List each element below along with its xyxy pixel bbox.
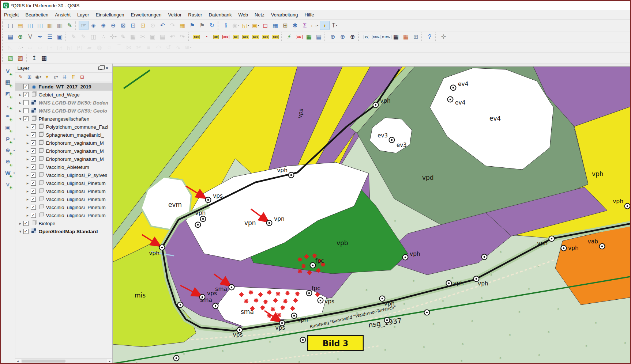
unpin-labels-icon[interactable]: abc	[221, 32, 231, 41]
layer-labeling-icon[interactable]: abc	[191, 32, 201, 41]
panel-float-button[interactable]	[97, 65, 104, 71]
menu-verarbeitung[interactable]: Verarbeitung	[268, 11, 301, 19]
layer-visibility-checkbox[interactable]: ✓	[23, 221, 29, 226]
layer-visibility-checkbox[interactable]: ✓	[31, 189, 36, 194]
new-print-layout-icon[interactable]: ▥	[45, 21, 55, 30]
color-grid-plugin-icon[interactable]: ▦	[401, 32, 411, 41]
layer-tree-item[interactable]: ▸✓Gebiet_und_Wege	[15, 91, 113, 99]
new-project-icon[interactable]: ▢	[5, 21, 15, 30]
layer-tree-item[interactable]: ▸✓Sphagnetum_magellanici_	[15, 131, 113, 139]
panel-close-button[interactable]: ×	[104, 65, 110, 71]
layer-tree-item[interactable]: ▾✓Pflanzengesellschaften	[15, 115, 113, 123]
add-wcs-layer-icon[interactable]: ⊛	[3, 157, 12, 166]
tree-expander-icon[interactable]: ▸	[18, 109, 23, 113]
layer-visibility-checkbox[interactable]: ✓	[23, 229, 29, 234]
pin-labels-icon[interactable]: ab	[211, 32, 221, 41]
web-globe-icon[interactable]: ⊕	[338, 32, 348, 41]
menu-datenbank[interactable]: Datenbank	[206, 11, 235, 19]
layer-visibility-checkbox[interactable]: ✓	[23, 84, 29, 89]
menu-projekt[interactable]: Projekt	[1, 11, 22, 19]
zoom-last-icon[interactable]: ↶	[158, 21, 168, 30]
find-point-marker[interactable]	[213, 303, 218, 309]
add-vector-layer-icon[interactable]: V	[3, 67, 12, 75]
layer-tree-item[interactable]: ▾✓OpenStreetMap Standard	[15, 227, 113, 235]
find-point-marker[interactable]	[229, 285, 234, 290]
find-point-marker[interactable]	[384, 318, 390, 323]
filter-legend-icon[interactable]: ▼	[43, 73, 51, 81]
save-project-as-icon[interactable]: ◫	[35, 21, 45, 30]
menu-raster[interactable]: Raster	[185, 11, 205, 19]
find-point-marker[interactable]	[195, 222, 201, 228]
menu-vektor[interactable]: Vektor	[165, 11, 185, 19]
find-point-marker[interactable]	[448, 97, 453, 102]
python-console-icon[interactable]: py	[361, 32, 371, 41]
find-point-marker[interactable]	[267, 220, 272, 226]
find-point-marker[interactable]	[600, 244, 605, 249]
layer-tree-item[interactable]: ▸WMS LGRB-BW BK50: Boden	[15, 99, 113, 107]
menu-web[interactable]: Web	[235, 11, 251, 19]
select-by-value-icon[interactable]: ▣▾	[251, 21, 260, 30]
tree-expander-icon[interactable]: ▸	[25, 189, 31, 194]
layer-visibility-checkbox[interactable]: ✓	[31, 213, 36, 218]
tree-expander-icon[interactable]: ▸	[25, 149, 31, 153]
pan-to-selection-icon[interactable]: ◈	[89, 21, 98, 30]
tree-expander-icon[interactable]: ▸	[25, 173, 31, 178]
refresh-map-icon[interactable]: ↻	[207, 21, 217, 30]
menu-einstellungen[interactable]: Einstellungen	[93, 11, 128, 19]
filter-by-expression-icon[interactable]: ε▾	[52, 73, 60, 81]
scrollbar-track[interactable]	[21, 359, 107, 363]
find-point-marker[interactable]	[300, 337, 306, 343]
processing-toolbox-icon[interactable]: ✱	[290, 21, 300, 30]
find-point-marker[interactable]	[403, 255, 408, 260]
manage-map-themes-icon[interactable]: ◉▾	[34, 73, 42, 81]
dark-tools-icon[interactable]: ▦	[391, 32, 401, 41]
layer-visibility-checkbox[interactable]: ✓	[23, 92, 29, 97]
pan-map-icon[interactable]: ☞	[79, 21, 89, 30]
bild-annotation-box[interactable]: Bild 3	[308, 335, 363, 350]
layer-tree-item[interactable]: ▸✓Vaccinio_Abietetum	[15, 163, 113, 171]
layer-visibility-checkbox[interactable]	[23, 100, 29, 105]
layer-tree-item[interactable]: ▸✓Polytrichum_commune_Fazi	[15, 123, 113, 131]
open-layer-styling-icon[interactable]: ✎	[17, 73, 25, 81]
tree-expander-icon[interactable]: ▸	[25, 197, 31, 202]
add-vector-tile-layer-icon[interactable]: V	[3, 180, 12, 189]
find-point-marker[interactable]	[446, 281, 452, 286]
find-point-marker[interactable]	[178, 302, 183, 308]
html-export-icon[interactable]: HTML	[381, 32, 391, 41]
db-manager-icon[interactable]: ▤	[314, 32, 324, 41]
zoom-to-layer-icon[interactable]: ⊡	[128, 21, 138, 30]
open-attribute-table-icon[interactable]: ▦	[270, 21, 280, 30]
find-point-marker[interactable]	[159, 245, 165, 250]
sketch-plugin-icon[interactable]: ▨	[15, 53, 25, 62]
menu-netz[interactable]: Netz	[251, 11, 268, 19]
collapse-all-icon[interactable]: ⇈	[70, 73, 78, 81]
remove-layer-icon[interactable]: ⊟	[78, 73, 86, 81]
tree-expander-icon[interactable]: ▸	[18, 92, 23, 97]
add-delimited-text-layer-icon[interactable]: ,	[3, 101, 12, 109]
field-calculator-icon[interactable]: ⊞	[280, 21, 290, 30]
tree-expander-icon[interactable]: ▸	[25, 141, 31, 145]
label-properties-icon[interactable]: abc	[270, 32, 280, 41]
tree-expander-icon[interactable]: ▸	[18, 221, 23, 226]
tree-expander-icon[interactable]: ▸	[18, 101, 23, 105]
help-icon[interactable]: ?	[425, 32, 435, 41]
tree-expander-icon[interactable]: ▸	[25, 205, 31, 210]
find-point-marker[interactable]	[424, 310, 430, 315]
find-point-marker[interactable]	[389, 137, 395, 143]
menu-bearbeiten[interactable]: Bearbeiten	[22, 11, 52, 19]
layer-visibility-checkbox[interactable]: ✓	[23, 116, 29, 121]
tree-expander-icon[interactable]: ▸	[25, 165, 31, 170]
tree-expander-icon[interactable]: ▸	[25, 213, 31, 218]
layer-tree-item[interactable]: ▸✓Vaccinio_uliginosi_Pinetum	[15, 211, 113, 219]
tree-expander-icon[interactable]: ▸	[25, 181, 31, 186]
identify-features-icon[interactable]: ℹ	[221, 21, 231, 30]
show-layout-manager-icon[interactable]: ▥	[55, 21, 65, 30]
tree-expander-icon[interactable]: ▸	[25, 125, 31, 129]
find-point-marker[interactable]	[482, 254, 487, 260]
layer-visibility-checkbox[interactable]: ✓	[31, 140, 36, 145]
layer-visibility-checkbox[interactable]: ✓	[31, 124, 36, 129]
osm-place-search-icon[interactable]: ↥	[29, 53, 39, 62]
osm-globe-icon[interactable]: ⊕	[348, 32, 357, 41]
tree-expander-icon[interactable]: ▾	[18, 117, 23, 121]
layer-visibility-checkbox[interactable]: ✓	[31, 156, 36, 162]
